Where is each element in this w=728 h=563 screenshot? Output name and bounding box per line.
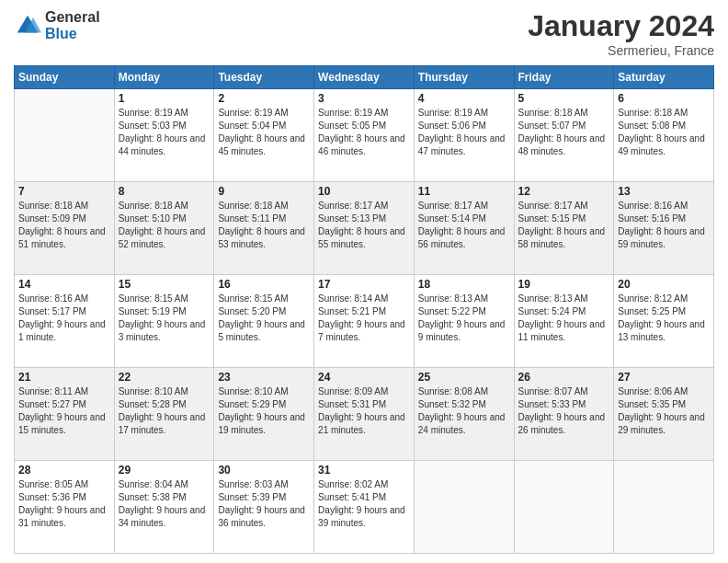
calendar-cell: 24Sunrise: 8:09 AMSunset: 5:31 PMDayligh… xyxy=(314,368,415,461)
calendar-cell: 11Sunrise: 8:17 AMSunset: 5:14 PMDayligh… xyxy=(414,182,514,275)
subtitle: Sermerieu, France xyxy=(528,43,714,58)
day-number: 26 xyxy=(518,371,610,384)
day-number: 18 xyxy=(418,278,510,291)
day-info: Sunrise: 8:17 AMSunset: 5:13 PMDaylight:… xyxy=(318,200,410,251)
calendar-cell: 19Sunrise: 8:13 AMSunset: 5:24 PMDayligh… xyxy=(514,275,614,368)
calendar-cell: 27Sunrise: 8:06 AMSunset: 5:35 PMDayligh… xyxy=(614,368,714,461)
calendar-cell: 26Sunrise: 8:07 AMSunset: 5:33 PMDayligh… xyxy=(514,368,614,461)
calendar-cell: 21Sunrise: 8:11 AMSunset: 5:27 PMDayligh… xyxy=(15,368,115,461)
week-row-2: 7Sunrise: 8:18 AMSunset: 5:09 PMDaylight… xyxy=(15,182,714,275)
day-number: 3 xyxy=(318,92,410,105)
day-number: 21 xyxy=(18,371,110,384)
day-info: Sunrise: 8:06 AMSunset: 5:35 PMDaylight:… xyxy=(618,385,710,437)
day-number: 12 xyxy=(518,185,610,198)
day-number: 31 xyxy=(318,464,410,477)
day-number: 14 xyxy=(18,278,110,291)
day-info: Sunrise: 8:05 AMSunset: 5:36 PMDaylight:… xyxy=(18,478,110,530)
day-info: Sunrise: 8:19 AMSunset: 5:06 PMDaylight:… xyxy=(418,107,510,158)
calendar-cell: 14Sunrise: 8:16 AMSunset: 5:17 PMDayligh… xyxy=(15,275,115,368)
calendar-cell: 28Sunrise: 8:05 AMSunset: 5:36 PMDayligh… xyxy=(15,461,115,554)
day-number: 13 xyxy=(618,185,710,198)
calendar-cell: 22Sunrise: 8:10 AMSunset: 5:28 PMDayligh… xyxy=(114,368,214,461)
calendar-cell: 15Sunrise: 8:15 AMSunset: 5:19 PMDayligh… xyxy=(114,275,214,368)
calendar-cell: 20Sunrise: 8:12 AMSunset: 5:25 PMDayligh… xyxy=(614,275,714,368)
logo: General Blue xyxy=(14,9,100,41)
calendar-cell: 13Sunrise: 8:16 AMSunset: 5:16 PMDayligh… xyxy=(614,182,714,275)
calendar-cell: 12Sunrise: 8:17 AMSunset: 5:15 PMDayligh… xyxy=(514,182,614,275)
calendar-cell: 5Sunrise: 8:18 AMSunset: 5:07 PMDaylight… xyxy=(514,89,614,182)
day-number: 6 xyxy=(618,92,710,105)
day-number: 19 xyxy=(518,278,610,291)
day-info: Sunrise: 8:18 AMSunset: 5:07 PMDaylight:… xyxy=(518,107,610,158)
day-number: 10 xyxy=(318,185,410,198)
page: General Blue January 2024 Sermerieu, Fra… xyxy=(0,0,728,563)
day-info: Sunrise: 8:14 AMSunset: 5:21 PMDaylight:… xyxy=(318,293,410,344)
day-info: Sunrise: 8:09 AMSunset: 5:31 PMDaylight:… xyxy=(318,385,410,437)
day-info: Sunrise: 8:19 AMSunset: 5:04 PMDaylight:… xyxy=(218,107,310,158)
calendar-cell: 23Sunrise: 8:10 AMSunset: 5:29 PMDayligh… xyxy=(214,368,314,461)
weekday-header-friday: Friday xyxy=(514,66,614,89)
calendar-cell: 8Sunrise: 8:18 AMSunset: 5:10 PMDaylight… xyxy=(114,182,214,275)
week-row-1: 1Sunrise: 8:19 AMSunset: 5:03 PMDaylight… xyxy=(15,89,714,182)
day-info: Sunrise: 8:10 AMSunset: 5:28 PMDaylight:… xyxy=(119,385,210,437)
day-info: Sunrise: 8:16 AMSunset: 5:17 PMDaylight:… xyxy=(18,293,110,344)
calendar-cell xyxy=(614,461,714,554)
day-info: Sunrise: 8:03 AMSunset: 5:39 PMDaylight:… xyxy=(218,478,310,530)
day-number: 15 xyxy=(119,278,210,291)
calendar-cell: 30Sunrise: 8:03 AMSunset: 5:39 PMDayligh… xyxy=(214,461,314,554)
day-info: Sunrise: 8:15 AMSunset: 5:20 PMDaylight:… xyxy=(218,293,310,344)
day-info: Sunrise: 8:18 AMSunset: 5:09 PMDaylight:… xyxy=(18,200,110,251)
day-number: 17 xyxy=(318,278,410,291)
day-info: Sunrise: 8:11 AMSunset: 5:27 PMDaylight:… xyxy=(18,385,110,437)
calendar-cell xyxy=(514,461,614,554)
weekday-header-monday: Monday xyxy=(114,66,214,89)
weekday-header-row: SundayMondayTuesdayWednesdayThursdayFrid… xyxy=(15,66,714,89)
weekday-header-thursday: Thursday xyxy=(414,66,514,89)
day-info: Sunrise: 8:15 AMSunset: 5:19 PMDaylight:… xyxy=(119,293,210,344)
calendar-cell: 4Sunrise: 8:19 AMSunset: 5:06 PMDaylight… xyxy=(414,89,514,182)
day-number: 4 xyxy=(418,92,510,105)
week-row-4: 21Sunrise: 8:11 AMSunset: 5:27 PMDayligh… xyxy=(15,368,714,461)
day-number: 7 xyxy=(18,185,110,198)
calendar-cell: 16Sunrise: 8:15 AMSunset: 5:20 PMDayligh… xyxy=(214,275,314,368)
weekday-header-saturday: Saturday xyxy=(614,66,714,89)
day-info: Sunrise: 8:16 AMSunset: 5:16 PMDaylight:… xyxy=(618,200,710,251)
main-title: January 2024 xyxy=(528,9,714,43)
calendar-cell: 7Sunrise: 8:18 AMSunset: 5:09 PMDaylight… xyxy=(15,182,115,275)
title-block: January 2024 Sermerieu, France xyxy=(528,9,714,58)
day-info: Sunrise: 8:18 AMSunset: 5:08 PMDaylight:… xyxy=(618,107,710,158)
calendar-cell: 3Sunrise: 8:19 AMSunset: 5:05 PMDaylight… xyxy=(314,89,415,182)
day-number: 29 xyxy=(119,464,210,477)
day-info: Sunrise: 8:07 AMSunset: 5:33 PMDaylight:… xyxy=(518,385,610,437)
day-number: 27 xyxy=(618,371,710,384)
calendar-cell xyxy=(414,461,514,554)
logo-general: General xyxy=(45,9,100,26)
calendar-cell: 18Sunrise: 8:13 AMSunset: 5:22 PMDayligh… xyxy=(414,275,514,368)
day-number: 28 xyxy=(18,464,110,477)
calendar-cell: 1Sunrise: 8:19 AMSunset: 5:03 PMDaylight… xyxy=(114,89,214,182)
day-number: 8 xyxy=(119,185,210,198)
week-row-3: 14Sunrise: 8:16 AMSunset: 5:17 PMDayligh… xyxy=(15,275,714,368)
day-number: 30 xyxy=(218,464,310,477)
day-info: Sunrise: 8:18 AMSunset: 5:10 PMDaylight:… xyxy=(119,200,210,251)
day-info: Sunrise: 8:17 AMSunset: 5:14 PMDaylight:… xyxy=(418,200,510,251)
day-number: 20 xyxy=(618,278,710,291)
day-info: Sunrise: 8:08 AMSunset: 5:32 PMDaylight:… xyxy=(418,385,510,437)
day-info: Sunrise: 8:12 AMSunset: 5:25 PMDaylight:… xyxy=(618,293,710,344)
day-info: Sunrise: 8:13 AMSunset: 5:22 PMDaylight:… xyxy=(418,293,510,344)
day-info: Sunrise: 8:17 AMSunset: 5:15 PMDaylight:… xyxy=(518,200,610,251)
logo-text: General Blue xyxy=(45,9,100,41)
day-number: 5 xyxy=(518,92,610,105)
day-number: 2 xyxy=(218,92,310,105)
calendar-cell: 10Sunrise: 8:17 AMSunset: 5:13 PMDayligh… xyxy=(314,182,415,275)
day-number: 23 xyxy=(218,371,310,384)
day-number: 11 xyxy=(418,185,510,198)
calendar-cell: 9Sunrise: 8:18 AMSunset: 5:11 PMDaylight… xyxy=(214,182,314,275)
day-info: Sunrise: 8:18 AMSunset: 5:11 PMDaylight:… xyxy=(218,200,310,251)
weekday-header-wednesday: Wednesday xyxy=(314,66,415,89)
calendar-cell xyxy=(15,89,115,182)
calendar-cell: 29Sunrise: 8:04 AMSunset: 5:38 PMDayligh… xyxy=(114,461,214,554)
weekday-header-sunday: Sunday xyxy=(15,66,115,89)
calendar-cell: 31Sunrise: 8:02 AMSunset: 5:41 PMDayligh… xyxy=(314,461,415,554)
day-number: 25 xyxy=(418,371,510,384)
